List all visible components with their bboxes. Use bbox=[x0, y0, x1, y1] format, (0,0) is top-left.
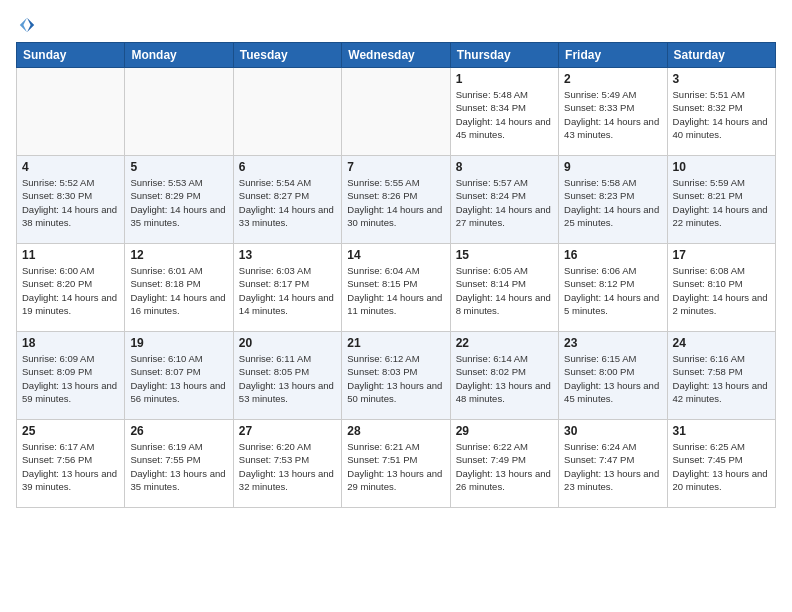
day-info: Sunrise: 6:22 AMSunset: 7:49 PMDaylight:… bbox=[456, 440, 553, 493]
day-number: 22 bbox=[456, 336, 553, 350]
page-header bbox=[16, 16, 776, 34]
day-number: 29 bbox=[456, 424, 553, 438]
day-number: 31 bbox=[673, 424, 770, 438]
day-number: 25 bbox=[22, 424, 119, 438]
table-row: 5Sunrise: 5:53 AMSunset: 8:29 PMDaylight… bbox=[125, 156, 233, 244]
day-number: 5 bbox=[130, 160, 227, 174]
table-row: 13Sunrise: 6:03 AMSunset: 8:17 PMDayligh… bbox=[233, 244, 341, 332]
header-tuesday: Tuesday bbox=[233, 43, 341, 68]
table-row: 10Sunrise: 5:59 AMSunset: 8:21 PMDayligh… bbox=[667, 156, 775, 244]
day-number: 1 bbox=[456, 72, 553, 86]
day-info: Sunrise: 6:16 AMSunset: 7:58 PMDaylight:… bbox=[673, 352, 770, 405]
day-number: 12 bbox=[130, 248, 227, 262]
table-row: 21Sunrise: 6:12 AMSunset: 8:03 PMDayligh… bbox=[342, 332, 450, 420]
table-row: 11Sunrise: 6:00 AMSunset: 8:20 PMDayligh… bbox=[17, 244, 125, 332]
day-number: 30 bbox=[564, 424, 661, 438]
day-info: Sunrise: 6:09 AMSunset: 8:09 PMDaylight:… bbox=[22, 352, 119, 405]
table-row: 19Sunrise: 6:10 AMSunset: 8:07 PMDayligh… bbox=[125, 332, 233, 420]
header-saturday: Saturday bbox=[667, 43, 775, 68]
svg-marker-0 bbox=[27, 18, 34, 32]
table-row: 7Sunrise: 5:55 AMSunset: 8:26 PMDaylight… bbox=[342, 156, 450, 244]
day-info: Sunrise: 6:04 AMSunset: 8:15 PMDaylight:… bbox=[347, 264, 444, 317]
table-row: 22Sunrise: 6:14 AMSunset: 8:02 PMDayligh… bbox=[450, 332, 558, 420]
table-row: 14Sunrise: 6:04 AMSunset: 8:15 PMDayligh… bbox=[342, 244, 450, 332]
day-number: 19 bbox=[130, 336, 227, 350]
table-row: 2Sunrise: 5:49 AMSunset: 8:33 PMDaylight… bbox=[559, 68, 667, 156]
table-row: 26Sunrise: 6:19 AMSunset: 7:55 PMDayligh… bbox=[125, 420, 233, 508]
header-monday: Monday bbox=[125, 43, 233, 68]
table-row: 6Sunrise: 5:54 AMSunset: 8:27 PMDaylight… bbox=[233, 156, 341, 244]
day-info: Sunrise: 6:21 AMSunset: 7:51 PMDaylight:… bbox=[347, 440, 444, 493]
day-info: Sunrise: 6:25 AMSunset: 7:45 PMDaylight:… bbox=[673, 440, 770, 493]
day-info: Sunrise: 6:20 AMSunset: 7:53 PMDaylight:… bbox=[239, 440, 336, 493]
calendar-week-5: 25Sunrise: 6:17 AMSunset: 7:56 PMDayligh… bbox=[17, 420, 776, 508]
table-row: 27Sunrise: 6:20 AMSunset: 7:53 PMDayligh… bbox=[233, 420, 341, 508]
table-row bbox=[17, 68, 125, 156]
day-number: 3 bbox=[673, 72, 770, 86]
day-number: 26 bbox=[130, 424, 227, 438]
day-info: Sunrise: 5:58 AMSunset: 8:23 PMDaylight:… bbox=[564, 176, 661, 229]
day-info: Sunrise: 6:15 AMSunset: 8:00 PMDaylight:… bbox=[564, 352, 661, 405]
table-row: 3Sunrise: 5:51 AMSunset: 8:32 PMDaylight… bbox=[667, 68, 775, 156]
day-info: Sunrise: 6:10 AMSunset: 8:07 PMDaylight:… bbox=[130, 352, 227, 405]
day-info: Sunrise: 6:11 AMSunset: 8:05 PMDaylight:… bbox=[239, 352, 336, 405]
table-row: 1Sunrise: 5:48 AMSunset: 8:34 PMDaylight… bbox=[450, 68, 558, 156]
calendar-week-3: 11Sunrise: 6:00 AMSunset: 8:20 PMDayligh… bbox=[17, 244, 776, 332]
day-number: 27 bbox=[239, 424, 336, 438]
day-info: Sunrise: 6:17 AMSunset: 7:56 PMDaylight:… bbox=[22, 440, 119, 493]
day-info: Sunrise: 6:06 AMSunset: 8:12 PMDaylight:… bbox=[564, 264, 661, 317]
day-number: 9 bbox=[564, 160, 661, 174]
day-info: Sunrise: 6:03 AMSunset: 8:17 PMDaylight:… bbox=[239, 264, 336, 317]
table-row: 12Sunrise: 6:01 AMSunset: 8:18 PMDayligh… bbox=[125, 244, 233, 332]
day-info: Sunrise: 6:08 AMSunset: 8:10 PMDaylight:… bbox=[673, 264, 770, 317]
header-wednesday: Wednesday bbox=[342, 43, 450, 68]
day-number: 24 bbox=[673, 336, 770, 350]
calendar-table: SundayMondayTuesdayWednesdayThursdayFrid… bbox=[16, 42, 776, 508]
day-number: 2 bbox=[564, 72, 661, 86]
table-row: 18Sunrise: 6:09 AMSunset: 8:09 PMDayligh… bbox=[17, 332, 125, 420]
header-thursday: Thursday bbox=[450, 43, 558, 68]
table-row: 25Sunrise: 6:17 AMSunset: 7:56 PMDayligh… bbox=[17, 420, 125, 508]
day-info: Sunrise: 5:54 AMSunset: 8:27 PMDaylight:… bbox=[239, 176, 336, 229]
day-info: Sunrise: 5:48 AMSunset: 8:34 PMDaylight:… bbox=[456, 88, 553, 141]
day-number: 14 bbox=[347, 248, 444, 262]
table-row: 29Sunrise: 6:22 AMSunset: 7:49 PMDayligh… bbox=[450, 420, 558, 508]
day-info: Sunrise: 5:49 AMSunset: 8:33 PMDaylight:… bbox=[564, 88, 661, 141]
day-info: Sunrise: 6:00 AMSunset: 8:20 PMDaylight:… bbox=[22, 264, 119, 317]
table-row bbox=[233, 68, 341, 156]
table-row: 17Sunrise: 6:08 AMSunset: 8:10 PMDayligh… bbox=[667, 244, 775, 332]
table-row: 9Sunrise: 5:58 AMSunset: 8:23 PMDaylight… bbox=[559, 156, 667, 244]
day-number: 16 bbox=[564, 248, 661, 262]
day-number: 4 bbox=[22, 160, 119, 174]
day-number: 18 bbox=[22, 336, 119, 350]
logo bbox=[16, 16, 36, 34]
table-row: 4Sunrise: 5:52 AMSunset: 8:30 PMDaylight… bbox=[17, 156, 125, 244]
day-info: Sunrise: 5:55 AMSunset: 8:26 PMDaylight:… bbox=[347, 176, 444, 229]
day-info: Sunrise: 5:52 AMSunset: 8:30 PMDaylight:… bbox=[22, 176, 119, 229]
calendar-header-row: SundayMondayTuesdayWednesdayThursdayFrid… bbox=[17, 43, 776, 68]
day-info: Sunrise: 5:57 AMSunset: 8:24 PMDaylight:… bbox=[456, 176, 553, 229]
calendar-week-2: 4Sunrise: 5:52 AMSunset: 8:30 PMDaylight… bbox=[17, 156, 776, 244]
table-row: 15Sunrise: 6:05 AMSunset: 8:14 PMDayligh… bbox=[450, 244, 558, 332]
day-info: Sunrise: 5:59 AMSunset: 8:21 PMDaylight:… bbox=[673, 176, 770, 229]
day-number: 8 bbox=[456, 160, 553, 174]
svg-marker-1 bbox=[20, 18, 27, 32]
calendar-week-4: 18Sunrise: 6:09 AMSunset: 8:09 PMDayligh… bbox=[17, 332, 776, 420]
day-info: Sunrise: 5:53 AMSunset: 8:29 PMDaylight:… bbox=[130, 176, 227, 229]
day-number: 7 bbox=[347, 160, 444, 174]
day-number: 6 bbox=[239, 160, 336, 174]
day-number: 28 bbox=[347, 424, 444, 438]
day-number: 15 bbox=[456, 248, 553, 262]
table-row: 8Sunrise: 5:57 AMSunset: 8:24 PMDaylight… bbox=[450, 156, 558, 244]
table-row: 20Sunrise: 6:11 AMSunset: 8:05 PMDayligh… bbox=[233, 332, 341, 420]
day-number: 10 bbox=[673, 160, 770, 174]
calendar-week-1: 1Sunrise: 5:48 AMSunset: 8:34 PMDaylight… bbox=[17, 68, 776, 156]
day-number: 21 bbox=[347, 336, 444, 350]
table-row bbox=[342, 68, 450, 156]
logo-icon bbox=[18, 16, 36, 34]
table-row: 16Sunrise: 6:06 AMSunset: 8:12 PMDayligh… bbox=[559, 244, 667, 332]
table-row: 30Sunrise: 6:24 AMSunset: 7:47 PMDayligh… bbox=[559, 420, 667, 508]
day-number: 13 bbox=[239, 248, 336, 262]
day-number: 11 bbox=[22, 248, 119, 262]
header-sunday: Sunday bbox=[17, 43, 125, 68]
